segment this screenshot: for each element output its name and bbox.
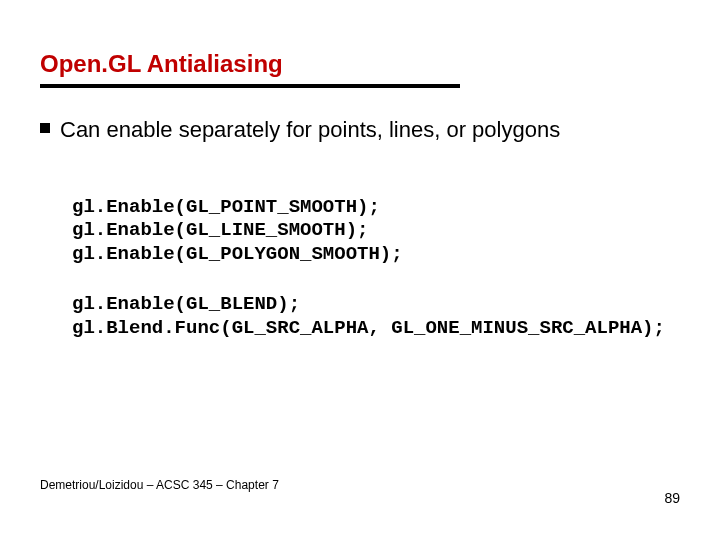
square-bullet-icon <box>40 123 50 133</box>
footer-credits: Demetriou/Loizidou – ACSC 345 – Chapter … <box>40 478 279 492</box>
title-underline <box>40 84 460 88</box>
bullet-item: Can enable separately for points, lines,… <box>40 116 680 144</box>
bullet-text: Can enable separately for points, lines,… <box>60 116 560 144</box>
code-block-smooth: gl.Enable(GL_POINT_SMOOTH); gl.Enable(GL… <box>72 196 680 267</box>
slide-title: Open.GL Antialiasing <box>40 50 680 78</box>
slide: Open.GL Antialiasing Can enable separate… <box>0 0 720 540</box>
page-number: 89 <box>664 490 680 506</box>
code-block-blend: gl.Enable(GL_BLEND); gl.Blend.Func(GL_SR… <box>72 293 680 341</box>
